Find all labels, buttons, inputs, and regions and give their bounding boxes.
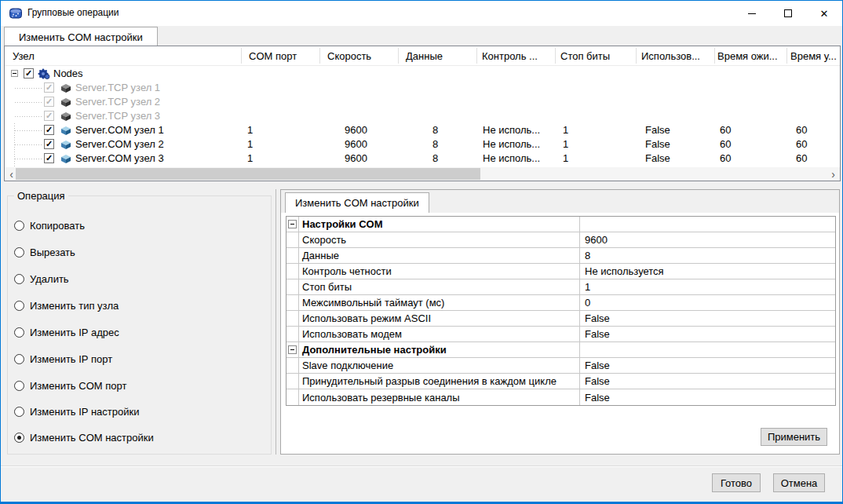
property-value[interactable]: False (579, 374, 835, 389)
checkmark-icon: ✓ (46, 140, 53, 148)
column-header-speed[interactable]: Скорость (327, 50, 371, 62)
cell-wait-time: 60 (720, 138, 731, 150)
settings-tab[interactable]: Изменить COM настройки (285, 192, 429, 213)
grid-row-data[interactable]: Данные 8 (286, 248, 835, 264)
property-label: Скорость (299, 232, 579, 247)
grid-row-forced-disconnect[interactable]: Принудительный разрыв соединения в каждо… (286, 374, 835, 389)
tcp-node-icon (60, 96, 72, 108)
radio-copy[interactable]: Копировать (14, 219, 85, 232)
column-header-wait-time[interactable]: Время ожи... (717, 50, 778, 62)
column-header-stop-bits[interactable]: Стоп биты (560, 50, 610, 62)
minimize-button[interactable] (734, 1, 770, 26)
cell-stop-bits: 1 (563, 138, 568, 150)
checkmark-icon: ✓ (46, 126, 53, 134)
table-row-tcp-1[interactable]: ✓ Server.TCP узел 1 (5, 81, 840, 95)
cell-data: 8 (432, 124, 438, 136)
groupbox-title: Операция (14, 190, 68, 202)
cell-com-port: 1 (247, 152, 253, 164)
node-label: Server.COM узел 3 (75, 152, 164, 164)
grid-row-parity[interactable]: Контроль четности Не используется (286, 264, 835, 279)
property-value[interactable]: False (579, 389, 835, 405)
scroll-right-icon[interactable]: › (827, 167, 840, 181)
tab-change-com-settings[interactable]: Изменить COM настройки (4, 27, 158, 46)
table-row-com-3[interactable]: ✓ Server.COM узел 3 1 9600 8 Не исполь..… (5, 152, 840, 166)
radio-change-ip-port[interactable]: Изменить IP порт (14, 352, 112, 365)
radio-change-ip-settings[interactable]: Изменить IP настройки (14, 405, 139, 418)
property-value[interactable]: Не используется (579, 264, 835, 279)
radio-change-com-port[interactable]: Изменить COM порт (14, 379, 126, 392)
close-icon: ✕ (820, 9, 829, 19)
radio-label: Вырезать (30, 247, 75, 258)
scrollbar-thumb[interactable] (16, 168, 480, 180)
vertical-splitter[interactable] (276, 189, 276, 455)
collapse-icon[interactable] (288, 220, 297, 228)
group-value (579, 342, 835, 357)
node-label: Server.COM узел 2 (75, 138, 164, 150)
column-separator (398, 48, 399, 64)
collapse-expander-icon[interactable] (11, 70, 18, 77)
table-row-com-2[interactable]: ✓ Server.COM узел 2 1 9600 8 Не исполь..… (5, 137, 840, 152)
property-value[interactable]: 1 (579, 279, 835, 294)
grid-group-com-settings[interactable]: Настройки COM (286, 217, 835, 232)
column-header-node[interactable]: Узел (13, 50, 35, 62)
radio-change-ip-address[interactable]: Изменить IP адрес (14, 326, 119, 338)
cancel-button[interactable]: Отмена (773, 473, 825, 492)
column-header-com-port[interactable]: COM порт (249, 50, 297, 62)
column-header-use[interactable]: Использов... (641, 50, 700, 62)
grid-row-reserve-channels[interactable]: Использовать резервные каналы False (286, 389, 835, 405)
cell-speed: 9600 (345, 124, 367, 136)
grid-row-slave-connection[interactable]: Slave подключение False (286, 358, 835, 374)
collapse-icon[interactable] (288, 345, 297, 354)
radio-cut[interactable]: Вырезать (14, 246, 75, 258)
property-label: Принудительный разрыв соединения в каждо… (299, 374, 579, 389)
node-checkbox[interactable]: ✓ (44, 125, 54, 135)
column-separator (241, 48, 242, 64)
tree-connector (15, 102, 43, 103)
grid-group-additional-settings[interactable]: Дополнительные настройки (286, 342, 835, 358)
grid-row-speed[interactable]: Скорость 9600 (286, 232, 835, 248)
radio-change-node-type[interactable]: Изменить тип узла (14, 299, 119, 312)
radio-icon (14, 247, 24, 257)
property-value[interactable]: 0 (579, 295, 835, 310)
property-value[interactable]: 8 (579, 248, 835, 263)
column-header-parity[interactable]: Контроль ... (482, 50, 538, 62)
grid-row-ascii-mode[interactable]: Использовать режим ASCII False (286, 311, 835, 327)
node-checkbox[interactable]: ✓ (44, 153, 54, 163)
radio-delete[interactable]: Удалить (14, 272, 69, 285)
title-bar: Групповые операции ✕ (1, 1, 842, 26)
settings-tab-strip: Изменить COM настройки (281, 190, 839, 213)
column-separator (555, 48, 556, 64)
cell-com-port: 1 (247, 138, 253, 150)
grid-row-stop-bits[interactable]: Стоп биты 1 (286, 279, 835, 295)
grid-row-use-modem[interactable]: Использовать модем False (286, 327, 835, 342)
property-value[interactable]: 9600 (579, 232, 835, 247)
radio-label: Копировать (30, 220, 85, 232)
table-row-com-1[interactable]: ✓ Server.COM узел 1 1 9600 8 Не исполь..… (5, 123, 840, 137)
property-value[interactable]: False (579, 311, 835, 326)
cell-use: False (645, 124, 670, 136)
horizontal-scrollbar[interactable]: ‹ › (5, 167, 840, 181)
property-value[interactable]: False (579, 358, 835, 373)
radio-change-com-settings[interactable]: Изменить COM настройки (14, 431, 154, 444)
radio-icon (14, 381, 24, 391)
table-row-nodes-root[interactable]: ✓ Nodes (5, 67, 840, 81)
table-row-tcp-3[interactable]: ✓ Server.TCP узел 3 (5, 109, 840, 123)
node-checkbox-disabled: ✓ (44, 82, 54, 93)
apply-button[interactable]: Применить (761, 428, 827, 446)
radio-label: Изменить IP настройки (30, 406, 139, 418)
com-node-icon (60, 152, 72, 165)
close-button[interactable]: ✕ (806, 1, 842, 26)
property-value[interactable]: False (579, 327, 835, 341)
node-checkbox[interactable]: ✓ (44, 139, 54, 149)
done-button[interactable]: Готово (712, 473, 761, 492)
cell-parity: Не исполь... (483, 138, 540, 150)
radio-icon (14, 274, 24, 284)
column-header-data[interactable]: Данные (406, 50, 443, 62)
nodes-root-checkbox[interactable]: ✓ (24, 68, 34, 79)
radio-icon (14, 354, 24, 364)
nodes-group-icon (38, 68, 50, 80)
grid-row-intersymbol-timeout[interactable]: Межсимвольный таймаут (мс) 0 (286, 295, 835, 311)
column-header-time[interactable]: Время у... (790, 50, 837, 62)
maximize-button[interactable] (770, 1, 806, 26)
table-row-tcp-2[interactable]: ✓ Server.TCP узел 2 (5, 95, 840, 109)
